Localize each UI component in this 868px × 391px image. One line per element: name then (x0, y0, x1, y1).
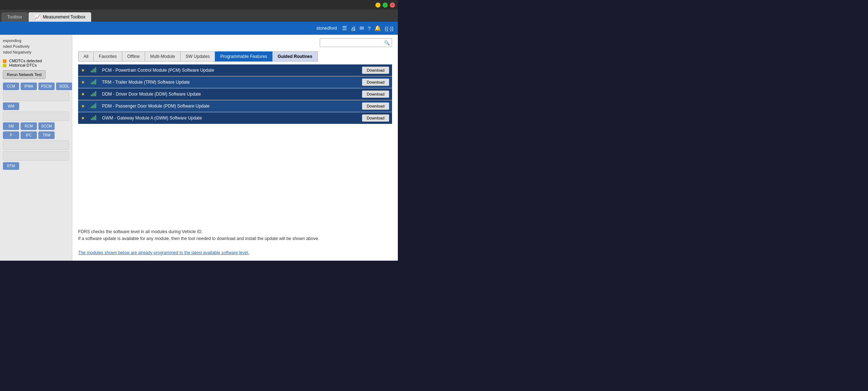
download-cell[interactable]: Download (356, 64, 392, 76)
download-button[interactable]: Download (362, 67, 389, 74)
info-line-3[interactable]: The modules shown below are already prog… (78, 249, 392, 256)
status-responding: esponding (3, 38, 69, 43)
info-line-2: If a software update is available for an… (78, 235, 392, 242)
signal-cell (88, 76, 99, 88)
maximize-button[interactable]: □ (383, 3, 388, 8)
title-bar: − □ ✕ (0, 0, 398, 10)
search-icon: 🔍 (384, 40, 390, 46)
minimize-button[interactable]: − (375, 3, 380, 8)
sw-updates-table-area: ★ PCM - Powertrain Control Module (PCM) … (72, 62, 398, 224)
filter-favorites[interactable]: Favorites (93, 51, 122, 62)
module-ipma[interactable]: IPMA (21, 83, 37, 90)
search-bar: 🔍 (72, 35, 398, 47)
tab-measurement-toolbox[interactable]: 📈 Measurement Toolbox (29, 12, 91, 22)
star-cell[interactable]: ★ (78, 100, 88, 112)
module-row-1: CCM IPMA PSCM SODL (3, 83, 69, 90)
module-name-cell: PDM - Passenger Door Module (PDM) Softwa… (99, 100, 356, 112)
measurement-icon: 📈 (34, 14, 41, 20)
module-ccm[interactable]: CCM (3, 83, 19, 90)
module-row-rtm: RTM (3, 162, 69, 170)
print-icon[interactable]: 🖨 (350, 25, 356, 31)
star-cell[interactable]: ★ (78, 112, 88, 124)
module-name-cell: GWM - Gateway Module A (GWM) Software Up… (99, 112, 356, 124)
download-cell[interactable]: Download (356, 88, 392, 100)
star-cell[interactable]: ★ (78, 76, 88, 88)
status-positive: nded Positively (3, 43, 69, 49)
star-cell[interactable]: ★ (78, 64, 88, 76)
search-wrap: 🔍 (320, 38, 392, 47)
module-wide-2 (3, 112, 69, 121)
nav-icons[interactable]: ☰ 🖨 ✉ ? 🔔 ((·)) (342, 25, 394, 31)
info-line-1: FDRS checks the software level in all mo… (78, 228, 392, 235)
app-container: esponding nded Positively nded Negativel… (0, 35, 398, 261)
module-row-ipc: P IPC TRM (3, 131, 69, 139)
module-ipc[interactable]: IPC (21, 131, 37, 139)
download-cell[interactable]: Download (356, 112, 392, 124)
filter-all[interactable]: All (78, 51, 93, 62)
top-navigation: stonedford ☰ 🖨 ✉ ? 🔔 ((·)) (0, 22, 398, 35)
bell-icon[interactable]: 🔔 (374, 25, 381, 31)
cmdtc-dot (3, 59, 7, 63)
module-wide-3 (3, 140, 69, 150)
download-button[interactable]: Download (362, 102, 389, 110)
module-p[interactable]: P (3, 131, 19, 139)
menu-icon[interactable]: ☰ (342, 25, 347, 31)
tab-bar: Toolbox 📈 Measurement Toolbox (0, 10, 398, 22)
download-button[interactable]: Download (362, 114, 389, 122)
status-negative: nded Negatively (3, 49, 69, 55)
email-icon[interactable]: ✉ (359, 25, 364, 31)
module-name-cell: PCM - Powertrain Control Module (PCM) So… (99, 64, 356, 76)
search-input[interactable] (320, 38, 392, 47)
historical-dot (3, 64, 7, 67)
table-row: ★ GWM - Gateway Module A (GWM) Software … (78, 112, 392, 124)
filter-offline[interactable]: Offline (122, 51, 145, 62)
star-cell[interactable]: ★ (78, 88, 88, 100)
table-row: ★ PCM - Powertrain Control Module (PCM) … (78, 64, 392, 76)
info-section: FDRS checks the software level in all mo… (72, 224, 398, 261)
status-section: esponding nded Positively nded Negativel… (3, 38, 69, 55)
main-content: 🔍 All Favorites Offline Multi-Module SW … (72, 35, 398, 261)
download-button[interactable]: Download (362, 91, 389, 98)
measurement-tab-label: Measurement Toolbox (43, 14, 85, 20)
filter-multi-module[interactable]: Multi-Module (145, 51, 180, 62)
download-button[interactable]: Download (362, 79, 389, 86)
help-icon[interactable]: ? (368, 25, 371, 31)
module-rtm[interactable]: RTM (3, 162, 19, 170)
signal-cell (88, 100, 99, 112)
window-controls[interactable]: − □ ✕ (375, 3, 395, 8)
tab-toolbox[interactable]: Toolbox (1, 12, 28, 22)
sidebar: esponding nded Positively nded Negativel… (0, 35, 72, 261)
filter-tabs: All Favorites Offline Multi-Module SW Up… (72, 47, 398, 62)
signal-cell (88, 88, 99, 100)
module-sodl[interactable]: SODL (56, 83, 72, 90)
sw-updates-table: ★ PCM - Powertrain Control Module (PCM) … (78, 64, 392, 124)
filter-programmable-features[interactable]: Programmable Features (215, 51, 272, 62)
cmdtc-label: CMDTCs detected (3, 59, 69, 63)
historical-dtc-label: Historical DTCs (3, 63, 69, 67)
download-cell[interactable]: Download (356, 76, 392, 88)
module-wm[interactable]: WM (3, 102, 19, 110)
filter-guided-routines[interactable]: Guided Routines (272, 51, 318, 62)
module-trm[interactable]: TRM (38, 131, 55, 139)
toolbox-tab-label: Toolbox (7, 14, 22, 20)
rerun-network-test-button[interactable]: Rerun Network Test (3, 70, 46, 79)
module-sccm[interactable]: SCCM (38, 122, 55, 130)
close-button[interactable]: ✕ (390, 3, 395, 8)
module-row-2-empty (3, 92, 69, 101)
module-name-cell: TRM - Trailer Module (TRM) Software Upda… (99, 76, 356, 88)
module-rcm[interactable]: RCM (21, 122, 37, 130)
dtc-section: CMDTCs detected Historical DTCs (3, 59, 69, 67)
table-row: ★ TRM - Trailer Module (TRM) Software Up… (78, 76, 392, 88)
signal-cell (88, 64, 99, 76)
username-label: stonedford (316, 26, 337, 31)
download-cell[interactable]: Download (356, 100, 392, 112)
signal-cell (88, 112, 99, 124)
wireless-icon[interactable]: ((·)) (385, 25, 393, 31)
module-row-wm: WM (3, 102, 69, 110)
module-row-sm: SM RCM SCCM (3, 122, 69, 130)
module-sm[interactable]: SM (3, 122, 19, 130)
module-pscm[interactable]: PSCM (38, 83, 55, 90)
filter-sw-updates[interactable]: SW Updates (180, 51, 215, 62)
module-wide-4 (3, 151, 69, 161)
module-name-cell: DDM - Driver Door Module (DDM) Software … (99, 88, 356, 100)
